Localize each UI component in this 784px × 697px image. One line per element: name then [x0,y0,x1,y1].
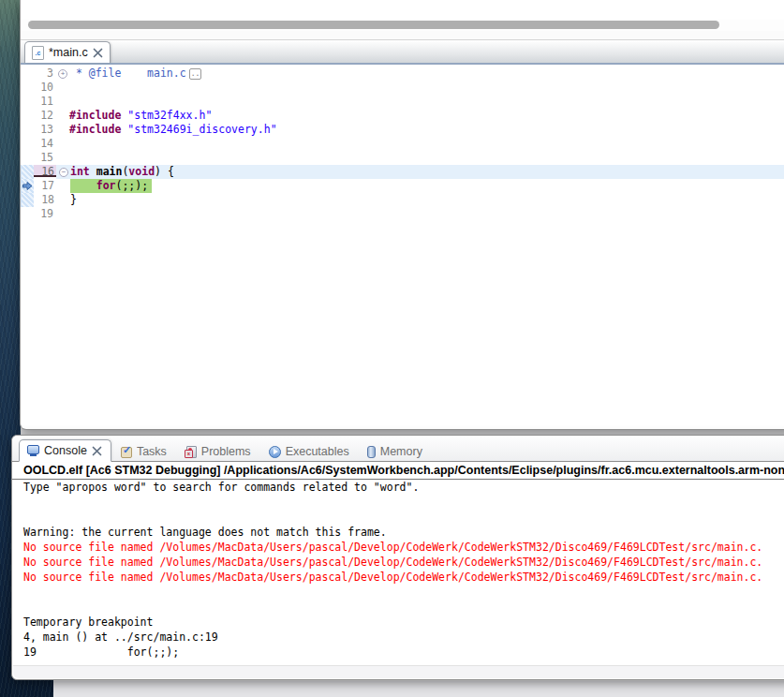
tasks-icon [121,446,132,457]
code-line-11: 11 [21,95,784,109]
console-output[interactable]: Type "apropos word" to search for comman… [12,480,784,660]
code-text: int main(void) { [70,165,784,179]
tab-label: Executables [286,445,349,458]
line-number[interactable]: 3 [33,67,55,81]
line-number[interactable]: 12 [33,109,55,123]
line-number[interactable]: 19 [33,207,55,221]
console-line [23,585,784,600]
console-line: Warning: the current language does not m… [23,525,784,540]
annotation-ruler[interactable] [21,123,33,137]
code-line-12: 12#include "stm32f4xx.h" [21,109,784,123]
editor-tab-label: *main.c [49,46,88,59]
instruction-pointer-icon[interactable] [21,179,34,193]
fold-minus-icon[interactable]: − [56,165,70,179]
annotation-ruler[interactable] [21,109,33,123]
console-line: Temporary breakpoint [23,615,784,630]
code-line-19: 19 [21,207,784,221]
console-line [23,510,784,525]
code-text: #include "stm32469i_discovery.h" [69,123,784,137]
folded-region-icon[interactable]: .. [189,68,202,80]
tab-label: Memory [380,445,422,458]
code-line-3: 3+ * @file main.c.. [21,67,784,81]
console-line: 4, main () at ../src/main.c:19 [23,630,784,645]
c-file-icon: .c [32,46,44,60]
console-line: No source file named /Volumes/MacData/Us… [23,540,784,555]
code-line-16: 16−int main(void) { [21,165,784,179]
console-line: 19 for(;;); [23,645,784,660]
line-number[interactable]: 14 [33,137,55,151]
fold-ruler [56,179,70,193]
line-number[interactable]: 13 [33,123,55,137]
console-tab-bar: ConsoleTasksProblemsExecutablesMemory [12,436,784,462]
scrollbar-thumb[interactable] [28,21,719,29]
line-number[interactable]: 15 [33,151,55,165]
memory-icon [367,446,376,458]
tab-label: Tasks [137,445,167,458]
annotation-ruler[interactable] [21,137,33,151]
tab-tasks[interactable]: Tasks [113,441,175,462]
fold-ruler [55,151,69,165]
code-text: #include "stm32f4xx.h" [69,109,784,123]
tab-main-c[interactable]: .c *main.c [24,41,111,63]
horizontal-scrollbar[interactable] [21,20,784,31]
annotation-ruler[interactable] [21,165,34,179]
code-line-13: 13#include "stm32469i_discovery.h" [21,123,784,137]
console-line: No source file named /Volumes/MacData/Us… [23,555,784,570]
line-number[interactable]: 16 [34,165,56,177]
fold-ruler [55,109,69,123]
tab-label: Console [44,444,87,457]
code-text [69,151,784,165]
fold-ruler [55,81,69,95]
code-text: for(;;); [70,179,784,193]
console-icon [27,445,39,456]
fold-ruler [55,137,69,151]
tab-memory[interactable]: Memory [360,441,431,462]
line-number[interactable]: 10 [33,81,55,95]
workbench-status-bar [53,680,784,697]
console-line [23,495,784,510]
tab-label: Problems [201,445,251,458]
code-line-14: 14 [21,137,784,151]
close-icon[interactable] [93,48,103,58]
code-line-15: 15 [21,151,784,165]
annotation-ruler[interactable] [21,193,34,207]
line-number[interactable]: 17 [34,179,56,193]
console-line: Type "apropos word" to search for comman… [23,480,784,495]
editor-window: .c *main.c 3+ * @file main.c..101112#inc… [20,0,784,430]
upper-view-remnant [21,0,784,20]
fold-plus-icon[interactable]: + [55,67,69,81]
fold-ruler [55,123,69,137]
annotation-ruler[interactable] [21,67,33,81]
code-line-18: 18} [21,193,784,207]
code-text [69,137,784,151]
tab-bar-gap [21,31,784,39]
annotation-ruler[interactable] [21,151,33,165]
fold-ruler [55,95,69,109]
console-line [23,600,784,615]
close-icon[interactable] [92,446,102,456]
code-editor[interactable]: 3+ * @file main.c..101112#include "stm32… [21,65,784,221]
line-number[interactable]: 18 [34,193,56,207]
editor-tab-bar: .c *main.c [21,39,784,65]
code-text: } [70,193,784,207]
code-text [69,81,784,95]
tab-executables[interactable]: Executables [261,441,358,462]
annotation-ruler[interactable] [21,81,33,95]
fold-ruler [55,207,69,221]
code-line-17: 17 for(;;); [21,179,784,193]
console-process-title: OOLCD.elf [Ac6 STM32 Debugging] /Applica… [12,462,784,480]
annotation-ruler[interactable] [21,207,33,221]
code-line-10: 10 [21,81,784,95]
executables-icon [269,446,281,458]
tab-problems[interactable]: Problems [177,441,259,462]
tab-console[interactable]: Console [19,439,111,462]
code-text [69,207,784,221]
line-number[interactable]: 11 [33,95,55,109]
fold-ruler [56,193,70,207]
annotation-ruler[interactable] [21,95,33,109]
console-bottom-scrollbar[interactable] [13,665,784,678]
code-text [69,95,784,109]
console-line: No source file named /Volumes/MacData/Us… [23,570,784,585]
console-panel: ConsoleTasksProblemsExecutablesMemory OO… [11,435,784,680]
problems-icon [185,446,197,458]
